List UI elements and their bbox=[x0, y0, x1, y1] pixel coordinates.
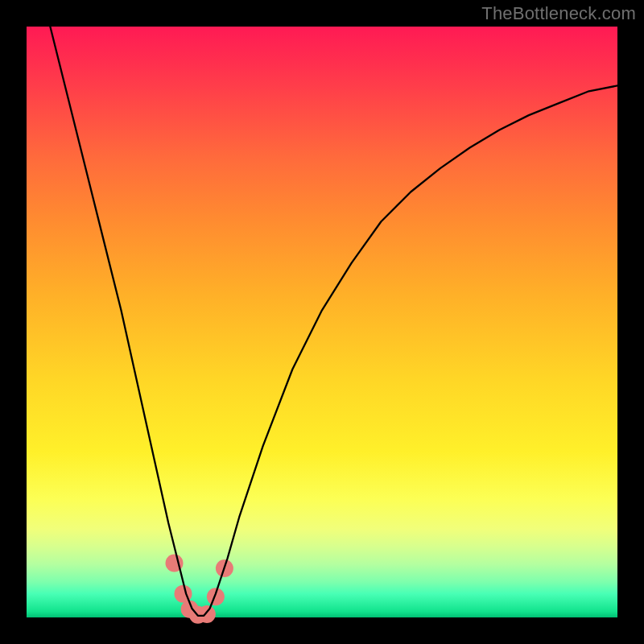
chart-svg bbox=[0, 0, 644, 644]
bottleneck-curve bbox=[50, 27, 617, 616]
chart-frame: TheBottleneck.com bbox=[0, 0, 644, 644]
curve-marker bbox=[198, 605, 216, 623]
curve-marker bbox=[207, 588, 225, 605]
curve-markers bbox=[166, 554, 233, 623]
watermark-text: TheBottleneck.com bbox=[481, 3, 636, 24]
